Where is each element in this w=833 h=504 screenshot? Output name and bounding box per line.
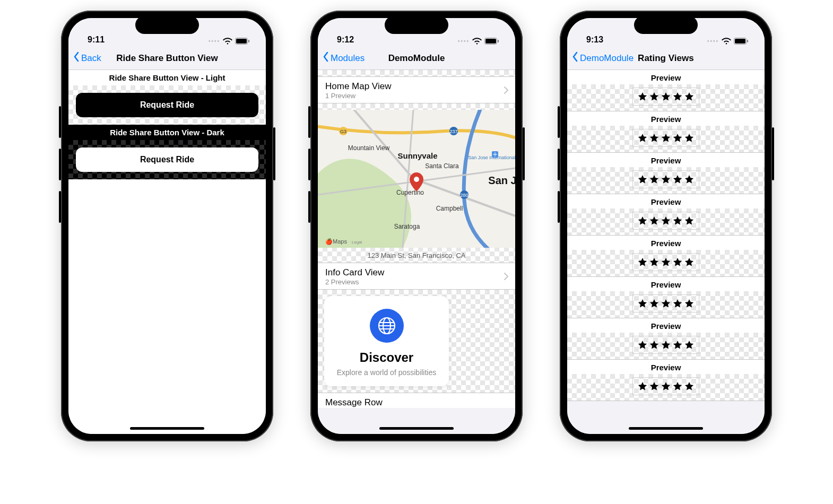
star-filled-icon [684, 381, 695, 392]
star-outline-icon [684, 215, 695, 226]
status-right: •••• [458, 38, 499, 45]
preview-canvas [567, 250, 765, 276]
battery-icon [235, 38, 250, 45]
back-button[interactable]: Back [73, 51, 101, 65]
svg-text:Cupertino: Cupertino [396, 189, 424, 196]
star-outline-icon [684, 257, 695, 267]
star-filled-icon [637, 174, 648, 185]
rating-stars[interactable] [632, 129, 699, 147]
globe-icon [370, 309, 404, 343]
rating-stars[interactable] [632, 88, 699, 106]
preview-canvas-top [318, 70, 515, 76]
svg-text:Legal: Legal [352, 240, 362, 245]
content-area[interactable]: Ride Share Button View - Light Request R… [68, 70, 266, 434]
preview-canvas [567, 167, 765, 194]
star-filled-icon [684, 340, 695, 350]
star-outline-icon [684, 91, 695, 102]
preview-canvas [567, 126, 765, 152]
star-outline-icon [649, 91, 660, 102]
star-filled-icon [637, 381, 648, 392]
preview-label: Preview [567, 277, 765, 291]
svg-text:Santa Clara: Santa Clara [425, 162, 459, 170]
rating-preview-row: Preview [567, 318, 765, 360]
nav-title: DemoModule [388, 53, 445, 64]
nav-bar: Back Ride Share Button View [68, 47, 266, 70]
svg-text:Campbell: Campbell [436, 205, 463, 212]
cellular-dots-icon: •••• [707, 38, 719, 44]
phone-frame-1: 9:11 •••• Back Ride Share Button View [61, 11, 273, 441]
rating-preview-row: Preview [567, 360, 765, 401]
phone-frame-2: 9:12 •••• Modules DemoModule [310, 11, 523, 441]
dynamic-island [385, 16, 448, 34]
section-message-row[interactable]: Message Row [318, 393, 515, 408]
content-area[interactable]: Home Map View 1 Preview Mountain View [318, 70, 515, 434]
screen-1: 9:11 •••• Back Ride Share Button View [68, 18, 266, 434]
wifi-icon [472, 38, 482, 45]
star-filled-icon [649, 174, 660, 185]
svg-text:San Jose International Airport: San Jose International Airport (S [468, 155, 515, 160]
preview-label: Preview [567, 360, 765, 374]
star-outline-icon [672, 215, 683, 226]
back-label: Modules [331, 53, 365, 64]
back-label: Back [81, 53, 101, 64]
home-indicator[interactable] [629, 427, 703, 430]
content-area[interactable]: PreviewPreviewPreviewPreviewPreviewPrevi… [567, 70, 765, 434]
star-outline-icon [672, 91, 683, 102]
info-card[interactable]: Discover Explore a world of possibilitie… [324, 296, 449, 386]
back-label: DemoModule [580, 53, 634, 64]
preview-canvas [567, 291, 765, 318]
info-card-title: Discover [331, 350, 442, 365]
section-info-card-view[interactable]: Info Card View 2 Previews [318, 263, 515, 290]
rating-stars[interactable] [632, 212, 699, 230]
section-home-map-view[interactable]: Home Map View 1 Preview [318, 76, 515, 103]
chevron-left-icon [322, 51, 329, 65]
svg-rect-30 [747, 40, 748, 42]
status-time: 9:13 [586, 35, 603, 45]
back-button[interactable]: DemoModule [571, 51, 634, 65]
cellular-dots-icon: •••• [458, 38, 470, 44]
star-filled-icon [661, 298, 671, 309]
rating-stars[interactable] [632, 377, 699, 395]
svg-text:San J: San J [488, 175, 515, 186]
nav-title: Ride Share Button View [116, 53, 218, 64]
back-button[interactable]: Modules [322, 51, 365, 65]
rating-stars[interactable] [632, 170, 699, 188]
star-outline-icon [684, 133, 695, 143]
request-ride-button[interactable]: Request Ride [76, 147, 258, 172]
status-time: 9:11 [88, 35, 105, 45]
map-preview: Mountain View Sunnyvale Santa Clara Cupe… [318, 103, 515, 263]
cellular-dots-icon: •••• [209, 38, 220, 44]
chevron-right-icon [504, 86, 509, 94]
svg-rect-2 [248, 40, 249, 42]
rating-stars[interactable] [632, 294, 699, 312]
variant-label-dark: Ride Share Button View - Dark [68, 125, 266, 140]
star-filled-icon [672, 381, 683, 392]
status-right: •••• [209, 38, 250, 45]
chevron-right-icon [504, 272, 509, 281]
request-ride-button[interactable]: Request Ride [76, 93, 258, 117]
chevron-left-icon [73, 51, 80, 65]
screen-2: 9:12 •••• Modules DemoModule [318, 18, 515, 434]
preview-canvas [567, 208, 765, 235]
star-filled-icon [649, 257, 660, 267]
rating-stars[interactable] [632, 336, 699, 354]
star-filled-icon [649, 215, 660, 226]
map-icon: Mountain View Sunnyvale Santa Clara Cupe… [318, 110, 515, 248]
preview-canvas [567, 84, 765, 111]
star-outline-icon [661, 133, 671, 143]
preview-canvas [567, 333, 765, 359]
home-indicator[interactable] [379, 427, 454, 430]
info-card-preview-canvas: Discover Explore a world of possibilitie… [318, 290, 515, 393]
status-time: 9:12 [337, 35, 354, 45]
home-indicator[interactable] [130, 427, 204, 430]
star-outline-icon [637, 91, 648, 102]
star-outline-icon [672, 133, 683, 143]
svg-rect-29 [735, 39, 745, 44]
star-filled-icon [661, 340, 671, 350]
rating-stars[interactable] [632, 253, 699, 271]
preview-label: Preview [567, 236, 765, 250]
rating-preview-row: Preview [567, 70, 765, 111]
section-subtitle: 2 Previews [325, 278, 384, 286]
star-filled-icon [637, 257, 648, 267]
preview-label: Preview [567, 194, 765, 208]
